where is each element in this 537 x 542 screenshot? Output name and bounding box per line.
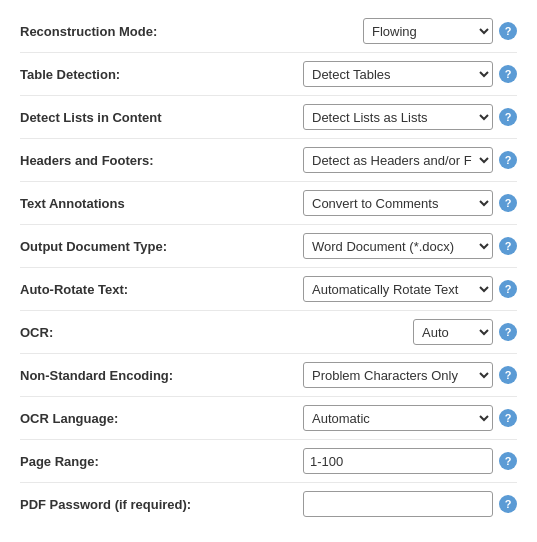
help-icon-pdf-password[interactable]: ?: [499, 495, 517, 513]
select-auto-rotate-text[interactable]: Automatically Rotate TextNo RotationForc…: [303, 276, 493, 302]
select-table-detection[interactable]: Detect TablesNo TablesAll Tables: [303, 61, 493, 87]
label-pdf-password: PDF Password (if required):: [20, 497, 220, 512]
control-col-table-detection: Detect TablesNo TablesAll Tables?: [220, 61, 517, 87]
help-icon-table-detection[interactable]: ?: [499, 65, 517, 83]
control-col-page-range: ?: [220, 448, 517, 474]
select-reconstruction-mode[interactable]: FlowingExactContinuousPlain Text: [363, 18, 493, 44]
help-icon-non-standard-encoding[interactable]: ?: [499, 366, 517, 384]
select-ocr[interactable]: AutoOnOff: [413, 319, 493, 345]
help-icon-headers-footers[interactable]: ?: [499, 151, 517, 169]
form-container: Reconstruction Mode:FlowingExactContinuo…: [0, 0, 537, 535]
input-page-range[interactable]: [303, 448, 493, 474]
label-headers-footers: Headers and Footers:: [20, 153, 220, 168]
help-icon-page-range[interactable]: ?: [499, 452, 517, 470]
select-text-annotations[interactable]: Convert to CommentsIncludeExclude: [303, 190, 493, 216]
control-col-reconstruction-mode: FlowingExactContinuousPlain Text?: [220, 18, 517, 44]
help-icon-text-annotations[interactable]: ?: [499, 194, 517, 212]
footer: Donate ⬤ paymentexpress: [0, 535, 537, 542]
label-detect-lists: Detect Lists in Content: [20, 110, 220, 125]
help-icon-ocr-language[interactable]: ?: [499, 409, 517, 427]
control-col-detect-lists: Detect Lists as ListsNo ListsAll Lists?: [220, 104, 517, 130]
select-detect-lists[interactable]: Detect Lists as ListsNo ListsAll Lists: [303, 104, 493, 130]
help-icon-detect-lists[interactable]: ?: [499, 108, 517, 126]
control-col-output-doc-type: Word Document (*.docx)PDFText?: [220, 233, 517, 259]
control-col-ocr: AutoOnOff?: [220, 319, 517, 345]
form-row-auto-rotate-text: Auto-Rotate Text:Automatically Rotate Te…: [20, 268, 517, 311]
form-row-output-doc-type: Output Document Type:Word Document (*.do…: [20, 225, 517, 268]
control-col-pdf-password: ?: [220, 491, 517, 517]
form-row-headers-footers: Headers and Footers:Detect as Headers an…: [20, 139, 517, 182]
help-icon-auto-rotate-text[interactable]: ?: [499, 280, 517, 298]
control-col-text-annotations: Convert to CommentsIncludeExclude?: [220, 190, 517, 216]
control-col-auto-rotate-text: Automatically Rotate TextNo RotationForc…: [220, 276, 517, 302]
label-text-annotations: Text Annotations: [20, 196, 220, 211]
label-ocr: OCR:: [20, 325, 220, 340]
control-col-non-standard-encoding: Problem Characters OnlyAll CharactersNon…: [220, 362, 517, 388]
form-row-text-annotations: Text AnnotationsConvert to CommentsInclu…: [20, 182, 517, 225]
form-row-reconstruction-mode: Reconstruction Mode:FlowingExactContinuo…: [20, 10, 517, 53]
select-headers-footers[interactable]: Detect as Headers and/or FootersNoneAll: [303, 147, 493, 173]
label-non-standard-encoding: Non-Standard Encoding:: [20, 368, 220, 383]
form-row-non-standard-encoding: Non-Standard Encoding:Problem Characters…: [20, 354, 517, 397]
form-row-table-detection: Table Detection:Detect TablesNo TablesAl…: [20, 53, 517, 96]
help-icon-reconstruction-mode[interactable]: ?: [499, 22, 517, 40]
select-output-doc-type[interactable]: Word Document (*.docx)PDFText: [303, 233, 493, 259]
select-non-standard-encoding[interactable]: Problem Characters OnlyAll CharactersNon…: [303, 362, 493, 388]
label-ocr-language: OCR Language:: [20, 411, 220, 426]
form-row-ocr: OCR:AutoOnOff?: [20, 311, 517, 354]
help-icon-output-doc-type[interactable]: ?: [499, 237, 517, 255]
form-row-pdf-password: PDF Password (if required):?: [20, 483, 517, 525]
label-table-detection: Table Detection:: [20, 67, 220, 82]
control-col-ocr-language: AutomaticEnglishFrenchGerman?: [220, 405, 517, 431]
form-row-page-range: Page Range:?: [20, 440, 517, 483]
control-col-headers-footers: Detect as Headers and/or FootersNoneAll?: [220, 147, 517, 173]
input-pdf-password[interactable]: [303, 491, 493, 517]
form-row-detect-lists: Detect Lists in ContentDetect Lists as L…: [20, 96, 517, 139]
select-ocr-language[interactable]: AutomaticEnglishFrenchGerman: [303, 405, 493, 431]
label-reconstruction-mode: Reconstruction Mode:: [20, 24, 220, 39]
label-page-range: Page Range:: [20, 454, 220, 469]
form-row-ocr-language: OCR Language:AutomaticEnglishFrenchGerma…: [20, 397, 517, 440]
label-output-doc-type: Output Document Type:: [20, 239, 220, 254]
help-icon-ocr[interactable]: ?: [499, 323, 517, 341]
label-auto-rotate-text: Auto-Rotate Text:: [20, 282, 220, 297]
